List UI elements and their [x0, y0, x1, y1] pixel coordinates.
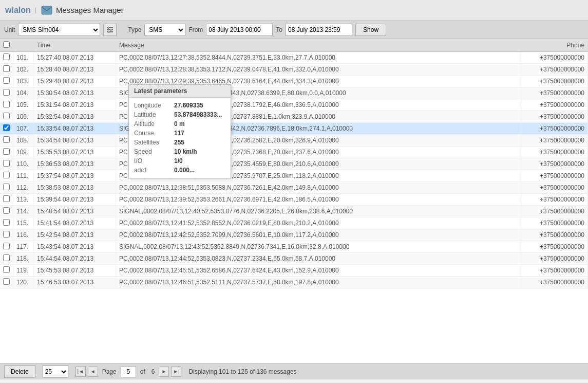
row-checkbox[interactable] [3, 184, 10, 190]
from-input[interactable] [206, 24, 273, 36]
delete-button[interactable]: Delete [4, 366, 35, 378]
row-check-cell[interactable] [0, 206, 13, 217]
row-check-cell[interactable] [0, 265, 13, 277]
row-time: 15:46:53 08.07.2013 [34, 277, 116, 288]
from-label: From [188, 26, 203, 33]
row-check-cell[interactable] [0, 135, 13, 147]
row-checkbox[interactable] [3, 219, 10, 226]
to-input[interactable] [286, 24, 352, 36]
row-checkbox[interactable] [3, 65, 10, 72]
page-input[interactable] [121, 366, 136, 377]
row-num: 116. [13, 229, 34, 241]
row-time: 15:38:53 08.07.2013 [34, 182, 116, 194]
row-phone: +375000000000 [521, 277, 588, 288]
row-num: 105. [13, 99, 34, 111]
popup-row-value: 10 km/h [174, 148, 197, 155]
row-check-cell[interactable] [0, 194, 13, 206]
row-num: 101. [13, 52, 34, 64]
svg-point-5 [110, 29, 112, 30]
header-time[interactable]: Time [34, 39, 116, 52]
title-bar: wialon | Messages Manager [0, 0, 588, 21]
prev-page-button[interactable]: ◄ [88, 367, 98, 377]
svg-point-4 [108, 27, 109, 28]
per-page-select[interactable]: 25 50 100 [43, 366, 68, 378]
table-row: 119. 15:45:53 08.07.2013 PC,0002,08/07/1… [0, 265, 588, 277]
type-select[interactable]: SMS [144, 24, 185, 36]
row-checkbox[interactable] [3, 207, 10, 214]
row-checkbox[interactable] [3, 195, 10, 202]
select-all-checkbox[interactable] [3, 41, 10, 48]
app-title: Messages Manager [56, 6, 124, 14]
row-phone: +375000000000 [521, 253, 588, 265]
row-message: PC,0002,08/07/13,12:46:51,5352.5111,N,02… [116, 277, 521, 288]
row-check-cell[interactable] [0, 182, 13, 194]
row-checkbox[interactable] [3, 148, 10, 155]
popup-row-label: Satellites [134, 139, 170, 146]
last-page-button[interactable]: ►| [171, 367, 181, 377]
row-checkbox[interactable] [3, 254, 10, 261]
row-check-cell[interactable] [0, 241, 13, 253]
next-page-button[interactable]: ► [159, 367, 169, 377]
popup-row-label: Latitude [134, 111, 170, 118]
row-checkbox[interactable] [3, 172, 10, 178]
popup-row-label: I/O [134, 157, 170, 165]
row-time: 15:30:54 08.07.2013 [34, 87, 116, 99]
row-checkbox[interactable] [3, 136, 10, 143]
row-checkbox[interactable] [3, 231, 10, 238]
row-time: 15:34:54 08.07.2013 [34, 135, 116, 147]
row-checkbox[interactable] [3, 53, 10, 60]
show-button[interactable]: Show [355, 24, 386, 36]
table-row: 110. 15:36:53 08.07.2013 PC,0002,08/07/1… [0, 158, 588, 170]
row-checkbox[interactable] [3, 101, 10, 107]
row-check-cell[interactable] [0, 229, 13, 241]
row-checkbox[interactable] [3, 160, 10, 167]
row-check-cell[interactable] [0, 52, 13, 64]
row-num: 109. [13, 147, 34, 158]
row-check-cell[interactable] [0, 76, 13, 87]
row-checkbox[interactable] [3, 89, 10, 96]
row-phone: +375000000000 [521, 87, 588, 99]
row-checkbox[interactable] [3, 113, 10, 119]
row-time: 15:37:54 08.07.2013 [34, 170, 116, 182]
first-page-button[interactable]: |◄ [75, 367, 86, 377]
row-checkbox[interactable] [3, 77, 10, 84]
row-check-cell[interactable] [0, 217, 13, 229]
row-checkbox[interactable] [3, 266, 10, 273]
row-check-cell[interactable] [0, 277, 13, 288]
settings-icon-button[interactable] [103, 24, 117, 36]
row-checkbox[interactable] [3, 124, 10, 131]
popup-row-label: Course [134, 130, 170, 137]
row-num: 110. [13, 158, 34, 170]
popup-row: Altitude0 m [134, 119, 225, 129]
bottom-bar: Delete 25 50 100 |◄ ◄ Page of 6 ► ►| Dis… [0, 363, 588, 379]
row-num: 117. [13, 241, 34, 253]
table-row: 114. 15:40:54 08.07.2013 SIGNAL,0002,08/… [0, 206, 588, 217]
row-message: PC,0002,08/07/13,12:28:38,5353.1712,N,02… [116, 64, 521, 76]
separator: | [35, 7, 36, 14]
header-check[interactable] [0, 39, 13, 52]
row-time: 15:45:53 08.07.2013 [34, 265, 116, 277]
popup-row-value: 117 [174, 130, 184, 137]
popup-row-value: 0 m [174, 120, 185, 127]
row-checkbox[interactable] [3, 243, 10, 249]
row-time: 15:33:54 08.07.2013 [34, 123, 116, 135]
row-checkbox[interactable] [3, 278, 10, 285]
row-message: PC,0002,08/07/13,12:41:52,5352.8552,N,02… [116, 217, 521, 229]
row-num: 115. [13, 217, 34, 229]
row-check-cell[interactable] [0, 64, 13, 76]
unit-select[interactable]: SMS Sim004 [18, 24, 100, 36]
row-check-cell[interactable] [0, 123, 13, 135]
row-time: 15:42:54 08.07.2013 [34, 229, 116, 241]
row-num: 104. [13, 87, 34, 99]
row-check-cell[interactable] [0, 147, 13, 158]
row-check-cell[interactable] [0, 87, 13, 99]
row-check-cell[interactable] [0, 253, 13, 265]
row-check-cell[interactable] [0, 99, 13, 111]
row-time: 15:28:40 08.07.2013 [34, 64, 116, 76]
popup-row-label: Speed [134, 148, 170, 155]
row-phone: +375000000000 [521, 158, 588, 170]
table-row: 112. 15:38:53 08.07.2013 PC,0002,08/07/1… [0, 182, 588, 194]
row-check-cell[interactable] [0, 170, 13, 182]
row-check-cell[interactable] [0, 158, 13, 170]
row-check-cell[interactable] [0, 111, 13, 123]
